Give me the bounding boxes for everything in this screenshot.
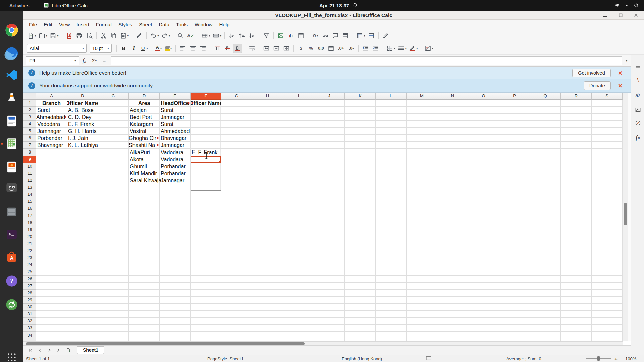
cell-H35[interactable] — [252, 339, 283, 341]
row-header-2[interactable]: 2 — [23, 107, 36, 114]
cell-F10[interactable] — [191, 163, 221, 170]
cell-O26[interactable] — [468, 276, 499, 283]
cell-N17[interactable] — [437, 212, 468, 219]
cell-M14[interactable] — [407, 191, 437, 198]
cell-O25[interactable] — [468, 268, 499, 276]
horizontal-scrollbar-thumb[interactable] — [26, 342, 305, 345]
cell-O35[interactable] — [468, 339, 499, 341]
cell-B33[interactable] — [67, 325, 98, 332]
cell-Q34[interactable] — [530, 332, 561, 339]
row-header-1[interactable]: 1 — [23, 100, 36, 107]
menu-data[interactable]: Data — [155, 20, 173, 29]
row-header-32[interactable]: 32 — [23, 318, 36, 325]
sidebar-tab-styles[interactable]: A — [634, 91, 642, 99]
cell-D19[interactable] — [129, 226, 160, 233]
cell-F30[interactable] — [191, 304, 221, 311]
cell-Q4[interactable] — [530, 121, 561, 128]
chevron-down-icon[interactable]: ▾ — [74, 59, 76, 62]
cell-K14[interactable] — [345, 191, 376, 198]
cell-K32[interactable] — [345, 318, 376, 325]
cell-R15[interactable] — [561, 198, 592, 205]
cell-I35[interactable] — [283, 339, 314, 341]
cell-L19[interactable] — [376, 226, 407, 233]
find-replace-button[interactable] — [176, 31, 185, 40]
cell-K24[interactable] — [345, 261, 376, 268]
cell-I4[interactable] — [283, 121, 314, 128]
cell-F16[interactable] — [191, 205, 221, 212]
cell-E6[interactable]: Bhavnagar — [160, 135, 191, 142]
cell-L16[interactable] — [376, 205, 407, 212]
cell-L10[interactable] — [376, 163, 407, 170]
spelling-button[interactable]: A✓ — [186, 31, 195, 40]
cell-R13[interactable] — [561, 184, 592, 191]
cell-B9[interactable] — [67, 156, 98, 163]
font-size-combo[interactable]: 10 pt▾ — [90, 44, 112, 53]
row-header-28[interactable]: 28 — [23, 290, 36, 297]
underline-button[interactable]: U▾ — [139, 44, 149, 53]
cell-D20[interactable] — [129, 233, 160, 240]
format-number-button[interactable]: 0.0 — [316, 44, 326, 53]
merge-cells-button[interactable] — [272, 44, 281, 53]
zoom-out-button[interactable]: − — [580, 356, 583, 361]
cell-K16[interactable] — [345, 205, 376, 212]
cut-button[interactable] — [99, 31, 108, 40]
language-status[interactable]: English (Hong Kong) — [342, 356, 382, 361]
cell-F33[interactable] — [191, 325, 221, 332]
cell-H25[interactable] — [252, 268, 283, 276]
cell-A1[interactable]: Branch — [36, 100, 67, 107]
cell-H21[interactable] — [252, 240, 283, 247]
cell-Q22[interactable] — [530, 247, 561, 254]
cell-A3[interactable]: Ahmedabad — [36, 114, 67, 121]
cell-D10[interactable]: Ghumli — [129, 163, 160, 170]
libreoffice-calc-icon[interactable] — [4, 136, 20, 152]
cell-C9[interactable] — [98, 156, 129, 163]
cell-P12[interactable] — [499, 177, 530, 184]
cell-F6[interactable] — [191, 135, 221, 142]
cell-N5[interactable] — [437, 128, 468, 135]
cell-F19[interactable] — [191, 226, 221, 233]
cell-G28[interactable] — [221, 290, 252, 297]
cell-O3[interactable] — [468, 114, 499, 121]
cell-M16[interactable] — [407, 205, 437, 212]
cell-C33[interactable] — [98, 325, 129, 332]
get-involved-button[interactable]: Get involved — [572, 69, 611, 77]
cell-R31[interactable] — [561, 311, 592, 318]
menu-file[interactable]: File — [25, 20, 40, 29]
cell-H15[interactable] — [252, 198, 283, 205]
zoom-in-button[interactable]: + — [614, 356, 618, 361]
cell-K13[interactable] — [345, 184, 376, 191]
cell-N14[interactable] — [437, 191, 468, 198]
cell-J30[interactable] — [314, 304, 345, 311]
cell-R10[interactable] — [561, 163, 592, 170]
cell-H32[interactable] — [252, 318, 283, 325]
cell-H5[interactable] — [252, 128, 283, 135]
cell-E4[interactable]: Surat — [160, 121, 191, 128]
cell-G24[interactable] — [221, 261, 252, 268]
cell-O1[interactable] — [468, 100, 499, 107]
cell-J14[interactable] — [314, 191, 345, 198]
cell-C5[interactable] — [98, 128, 129, 135]
cell-N8[interactable] — [437, 149, 468, 156]
cell-G27[interactable] — [221, 283, 252, 290]
menu-insert[interactable]: Insert — [73, 20, 93, 29]
cell-M31[interactable] — [407, 311, 437, 318]
cell-P17[interactable] — [499, 212, 530, 219]
cell-A7[interactable]: Bhavnagar — [36, 142, 67, 149]
cell-B1[interactable]: Officer Name — [67, 100, 98, 107]
cell-Q2[interactable] — [530, 107, 561, 114]
cell-L20[interactable] — [376, 233, 407, 240]
minimize-button[interactable] — [602, 12, 608, 19]
zoom-slider[interactable] — [586, 356, 611, 361]
cell-E14[interactable] — [160, 191, 191, 198]
column-header-O[interactable]: O — [468, 93, 499, 100]
cell-R32[interactable] — [561, 318, 592, 325]
column-header-A[interactable]: A — [36, 93, 67, 100]
cell-H7[interactable] — [252, 142, 283, 149]
cell-P33[interactable] — [499, 325, 530, 332]
cell-B14[interactable] — [67, 191, 98, 198]
cell-F21[interactable] — [191, 240, 221, 247]
cell-B24[interactable] — [67, 261, 98, 268]
cell-M33[interactable] — [407, 325, 437, 332]
cell-H22[interactable] — [252, 247, 283, 254]
cell-J16[interactable] — [314, 205, 345, 212]
